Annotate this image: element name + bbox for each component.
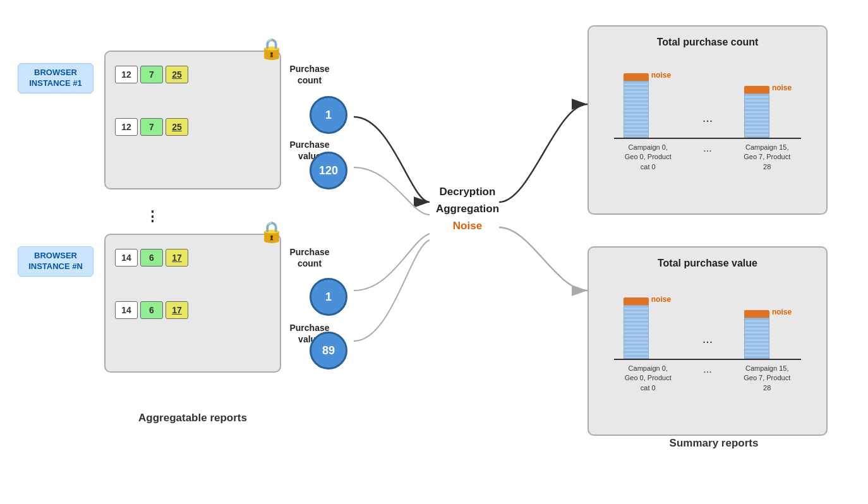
- bar2-noise-2: [744, 310, 769, 318]
- cell-6-2: 6: [140, 301, 163, 319]
- diagram: BROWSER INSTANCE #1 12 7 25 12 7 25 🔒 Pu…: [0, 0, 868, 504]
- cell-25-1: 25: [166, 66, 188, 83]
- circle-value-1: 120: [310, 152, 347, 189]
- summary-1-title: Total purchase count: [601, 37, 814, 48]
- circle-count-1: 1: [310, 96, 347, 134]
- summary-box-2: Total purchase value noise ...: [588, 246, 828, 436]
- purchase-value-row-1: 12 7 25: [115, 118, 270, 136]
- bar1-main-1: [624, 81, 649, 138]
- chart-label-dots-1: ...: [703, 143, 711, 154]
- noise-label-middle: Noise: [417, 217, 518, 234]
- chart-label-2-1: Campaign 15, Geo 7, Product 28: [742, 143, 792, 172]
- cell-14-1: 14: [115, 249, 138, 267]
- bar2-main-2: [744, 318, 769, 359]
- summary-reports-label: Summary reports: [625, 436, 802, 451]
- chart-dots-2: ...: [702, 332, 713, 346]
- purchase-count-row-n: 14 6 17: [115, 249, 270, 267]
- lock-icon-n: 🔒: [259, 220, 284, 244]
- cell-25-2: 25: [166, 118, 188, 136]
- bar2-noise-1: [744, 86, 769, 93]
- browser-instance-1-label: BROWSER INSTANCE #1: [18, 63, 93, 93]
- cell-17-1: 17: [166, 249, 188, 267]
- cell-12-1: 12: [115, 66, 138, 83]
- chart-label-1-2: Campaign 0, Geo 0, Product cat 0: [623, 364, 673, 393]
- circle-value-n: 89: [310, 332, 347, 369]
- cell-14-2: 14: [115, 301, 138, 319]
- noise-label-bar2-2: noise: [772, 308, 792, 316]
- chart-label-1-1: Campaign 0, Geo 0, Product cat 0: [623, 143, 673, 172]
- browser-instance-n-label: BROWSER INSTANCE #N: [18, 246, 93, 277]
- bar1-noise-1: [624, 73, 649, 81]
- chart-label-dots-2: ...: [703, 364, 711, 375]
- bar2-main-1: [744, 93, 769, 138]
- decryption-label: Decryption: [417, 183, 518, 200]
- noise-label-bar1-1: noise: [651, 71, 671, 80]
- purchase-count-label-1: Purchase count: [284, 63, 335, 86]
- aggregation-label: Aggregation: [417, 200, 518, 217]
- report-box-1: 12 7 25 12 7 25: [104, 51, 281, 189]
- cell-7-2: 7: [140, 118, 163, 136]
- bar1-main-2: [624, 305, 649, 359]
- purchase-count-row-1: 12 7 25: [115, 66, 270, 83]
- report-box-n: 14 6 17 14 6 17: [104, 234, 281, 373]
- noise-label-bar2-1: noise: [772, 83, 792, 92]
- aggregatable-reports-label: Aggregatable reports: [104, 411, 281, 426]
- cell-12-2: 12: [115, 118, 138, 136]
- purchase-value-row-n: 14 6 17: [115, 301, 270, 319]
- summary-2-title: Total purchase value: [601, 258, 814, 269]
- chart-label-2-2: Campaign 15, Geo 7, Product 28: [742, 364, 792, 393]
- cell-6-1: 6: [140, 249, 163, 267]
- bar1-noise-2: [624, 297, 649, 305]
- circle-count-n: 1: [310, 278, 347, 316]
- dots-between-instances: ⋮: [145, 208, 159, 225]
- cell-7-1: 7: [140, 66, 163, 83]
- chart-dots-1: ...: [702, 111, 713, 125]
- middle-process-label: Decryption Aggregation Noise: [417, 183, 518, 235]
- summary-box-1: Total purchase count noise ...: [588, 25, 828, 215]
- purchase-count-label-n: Purchase count: [284, 246, 335, 269]
- lock-icon-1: 🔒: [259, 37, 284, 61]
- cell-17-2: 17: [166, 301, 188, 319]
- noise-label-bar1-2: noise: [651, 295, 671, 304]
